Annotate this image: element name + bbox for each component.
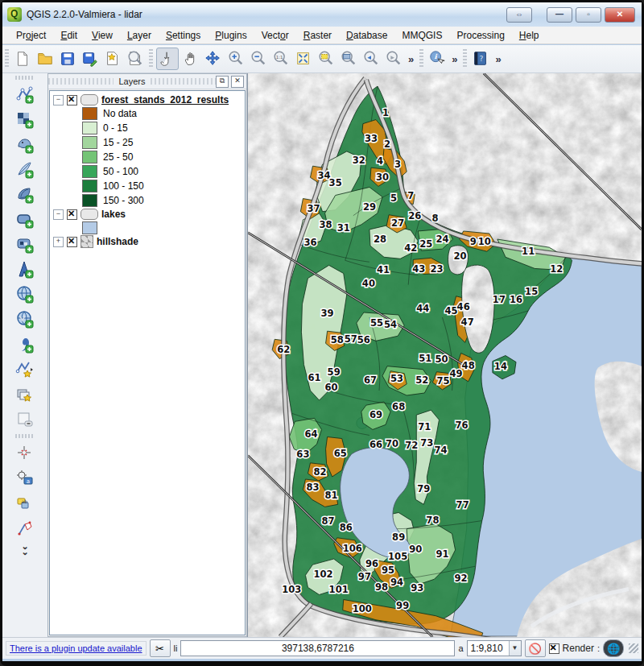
new-shapefile-layer-icon[interactable]	[13, 357, 37, 382]
layer-checkbox[interactable]	[67, 209, 77, 220]
add-wms-layer-icon[interactable]	[13, 257, 37, 282]
label-crosshair-icon[interactable]	[13, 441, 37, 465]
add-oracle-georaster-layer-icon[interactable]	[13, 232, 37, 257]
tree-expand-icon[interactable]: −	[53, 95, 64, 105]
layers-tree[interactable]: −forest_stands_2012_resultsNo data0 - 15…	[49, 90, 246, 635]
toolbar-more-chevron-icon[interactable]: ⌄⌄	[21, 544, 28, 555]
toolbar-grip	[149, 49, 153, 68]
stand-label: 68	[392, 401, 405, 412]
toolbar-overflow-icon[interactable]: »	[492, 53, 504, 65]
stand-label: 4	[377, 155, 383, 167]
menu-project[interactable]: Project	[9, 28, 53, 43]
pan-to-selection-icon[interactable]	[203, 48, 224, 69]
plugin-scissors-icon[interactable]: ✂	[150, 639, 171, 657]
legend-class-label: 15 - 25	[103, 137, 133, 148]
menu-mmqgis[interactable]: MMQGIS	[394, 28, 449, 43]
minimize-button[interactable]: —	[547, 7, 572, 23]
stand-label: 38	[320, 219, 332, 230]
zoom-in-icon[interactable]	[225, 48, 246, 69]
menu-settings[interactable]: Settings	[159, 28, 208, 43]
tree-expand-icon[interactable]: +	[53, 237, 64, 247]
add-spatialite-layer-icon[interactable]	[13, 157, 37, 182]
label-move-icon[interactable]: a	[13, 465, 37, 490]
stand-label: 27	[391, 217, 404, 229]
layer-geometry-icon	[80, 235, 93, 248]
add-postgis-layer-icon[interactable]	[13, 132, 37, 157]
composer-manager-icon[interactable]	[125, 48, 146, 69]
add-delimited-text-layer-icon[interactable]	[13, 332, 37, 357]
panel-close-button[interactable]: ✕	[231, 76, 244, 88]
layer-item-hillshade[interactable]: +hillshade	[50, 235, 245, 248]
label-change-icon[interactable]: ab	[13, 490, 37, 515]
resize-grip[interactable]	[629, 643, 638, 653]
save-project-as-icon[interactable]	[80, 48, 101, 69]
zoom-to-layer-icon[interactable]	[338, 48, 359, 69]
zoom-full-icon[interactable]	[293, 48, 314, 69]
label-pin-icon[interactable]	[13, 515, 37, 540]
stop-render-icon[interactable]: 🚫	[525, 639, 546, 657]
menu-database[interactable]: Database	[339, 28, 394, 43]
stand-label: 67	[364, 374, 377, 386]
menu-edit[interactable]: Edit	[53, 28, 85, 43]
layer-item-lakes[interactable]: −lakes	[50, 208, 245, 221]
map-svg[interactable]: 1332324334303575372926827383128249103625…	[248, 73, 642, 637]
chevron-down-icon[interactable]: ▼	[509, 641, 521, 656]
legend-class-label: 25 - 50	[103, 151, 133, 163]
layer-checkbox[interactable]	[67, 95, 77, 105]
touch-zoom-icon[interactable]	[156, 48, 179, 70]
panel-float-button[interactable]: ⧉	[216, 76, 229, 88]
stand-label: 76	[456, 420, 469, 431]
add-oracle-layer-icon[interactable]	[13, 207, 37, 232]
zoom-native-icon[interactable]: 1:1	[270, 48, 291, 69]
toolbar-overflow-icon[interactable]: »	[405, 53, 417, 65]
identify-icon[interactable]: i	[427, 48, 448, 69]
add-mssql-layer-icon[interactable]	[13, 182, 37, 207]
new-composer-icon[interactable]	[102, 48, 123, 69]
open-project-icon[interactable]	[35, 48, 56, 69]
legend-swatch	[82, 180, 97, 192]
save-project-icon[interactable]	[57, 48, 78, 69]
menu-vector[interactable]: Vector	[254, 28, 296, 43]
menu-processing[interactable]: Processing	[449, 28, 511, 43]
layers-panel-header[interactable]: Layers ⧉ ✕	[48, 74, 246, 89]
layer-item-forest_stands_2012_results[interactable]: −forest_stands_2012_results	[50, 93, 245, 106]
plugin-update-link[interactable]: There is a plugin update available	[6, 641, 147, 656]
compat-button[interactable]: ⇔	[506, 7, 532, 23]
titlebar[interactable]: QGIS 2.2.0-Valmiera - lidar ⇔—▫✕	[2, 2, 642, 27]
menu-raster[interactable]: Raster	[296, 28, 339, 43]
coordinate-box[interactable]: 397138,6787216	[180, 640, 455, 656]
add-wfs-layer-icon[interactable]	[13, 307, 37, 332]
menu-plugins[interactable]: Plugins	[208, 28, 254, 43]
remove-layer-icon[interactable]	[13, 407, 37, 432]
zoom-out-icon[interactable]	[248, 48, 269, 69]
zoom-to-selection-icon[interactable]	[316, 48, 336, 69]
tree-expand-icon[interactable]: −	[53, 209, 64, 220]
stand-label: 94	[390, 577, 403, 588]
pan-map-icon[interactable]	[180, 48, 201, 69]
map-canvas[interactable]: 1332324334303575372926827383128249103625…	[247, 73, 642, 637]
layer-name: forest_stands_2012_results	[101, 94, 229, 105]
svg-text:ab: ab	[22, 498, 28, 503]
toolbar-overflow-icon[interactable]: »	[448, 53, 460, 65]
add-wcs-layer-icon[interactable]	[13, 282, 37, 307]
manage-layers-toolbar: aab⌄⌄	[2, 73, 47, 637]
add-raster-layer-icon[interactable]	[13, 107, 37, 132]
new-project-icon[interactable]	[12, 48, 33, 69]
stand-label: 72	[405, 440, 418, 451]
stand-label: 11	[522, 246, 535, 257]
menu-layer[interactable]: Layer	[120, 28, 159, 43]
render-checkbox[interactable]	[549, 643, 559, 654]
mmqgis-layer-icon[interactable]	[13, 382, 37, 407]
scale-combobox[interactable]: 1:9,810 ▼	[467, 640, 522, 656]
menu-help[interactable]: Help	[512, 28, 547, 43]
crs-status-icon[interactable]: 🌐	[603, 639, 624, 657]
close-button[interactable]: ✕	[605, 7, 635, 23]
zoom-next-icon[interactable]	[383, 48, 404, 69]
help-contents-icon[interactable]: ?	[470, 48, 491, 69]
add-vector-layer-icon[interactable]	[13, 82, 37, 107]
layer-checkbox[interactable]	[67, 237, 77, 247]
toolbar-grip	[15, 434, 35, 438]
zoom-last-icon[interactable]	[361, 48, 382, 69]
menu-view[interactable]: View	[85, 28, 120, 43]
maximize-button[interactable]: ▫	[576, 7, 601, 23]
